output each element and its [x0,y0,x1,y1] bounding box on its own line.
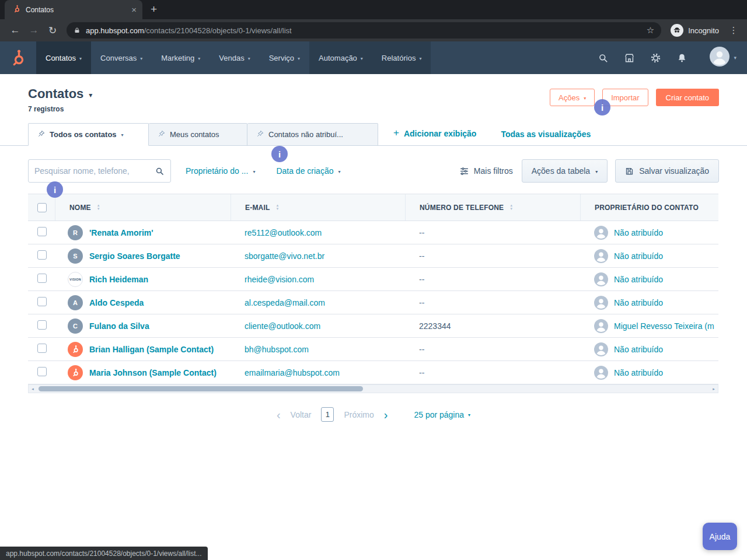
column-header-name[interactable]: NOME [69,204,91,212]
column-header-owner[interactable]: PROPRIETÁRIO DO CONTATO [595,204,699,212]
nav-item-contatos[interactable]: Contatos▾ [36,41,91,74]
scrollbar-thumb[interactable] [39,386,363,391]
contact-email-link[interactable]: emailmaria@hubspot.com [245,368,340,377]
reload-button[interactable]: ↻ [44,24,61,37]
contact-name-link[interactable]: Aldo Cespeda [89,298,144,307]
hubspot-logo-icon[interactable] [0,41,36,74]
url-domain: app.hubspot.com [86,26,144,35]
all-views-link[interactable]: Todas as visualizações [501,130,591,139]
hubspot-favicon-icon [13,5,21,15]
info-badge[interactable]: i [271,146,288,162]
contact-email-link[interactable]: al.cespeda@mail.com [245,298,325,307]
search-icon[interactable] [598,52,609,64]
table-row: R'Renata Amorim' re5112@outlook.com -- N… [28,221,718,244]
contact-avatar: VISION [68,272,83,287]
view-tab-my-contacts[interactable]: Meus contatos [149,123,247,146]
contact-owner-link[interactable]: Não atribuído [614,228,663,237]
nav-item-marketing[interactable]: Marketing▾ [152,41,210,74]
contact-name-link[interactable]: Fulano da Silva [89,321,149,331]
sort-icon[interactable]: ▲▼ [509,204,513,211]
actions-button[interactable]: Ações▾ [550,89,595,106]
row-checkbox[interactable] [37,367,47,376]
row-checkbox[interactable] [37,344,47,353]
horizontal-scrollbar[interactable]: ◂ ▸ [28,384,718,393]
contact-name-link[interactable]: Sergio Soares Borgatte [89,251,180,261]
page-size-dropdown[interactable]: 25 por página▾ [414,410,470,419]
row-checkbox[interactable] [37,274,47,283]
current-page-number[interactable]: 1 [321,407,334,422]
chevron-down-icon: ▾ [361,56,363,61]
nav-item-automacao[interactable]: Automação▾ [309,41,372,74]
next-page-button[interactable]: Próximo [344,410,374,419]
table-row: CFulano da Silva cliente@outlook.com 222… [28,314,718,338]
contact-avatar: R [68,225,83,240]
nav-item-conversas[interactable]: Conversas▾ [91,41,152,74]
more-filters-link[interactable]: Mais filtros [459,166,513,176]
back-button[interactable]: ← [7,24,23,36]
scrollbar-track[interactable] [37,385,710,393]
chevron-down-icon: ▾ [595,169,598,174]
title-chevron-down-icon[interactable]: ▾ [89,91,92,99]
contact-owner-link[interactable]: Não atribuído [614,368,663,377]
search-input[interactable] [34,166,150,176]
bell-icon[interactable] [676,52,687,64]
search-icon[interactable] [155,166,165,176]
nav-item-servico[interactable]: Serviço▾ [260,41,309,74]
browser-tab[interactable]: Contatos × [5,0,142,19]
column-header-phone[interactable]: NÚMERO DE TELEFONE [420,204,504,212]
table-actions-button[interactable]: Ações da tabela▾ [522,159,608,183]
contact-email-link[interactable]: bh@hubspot.com [245,345,309,354]
pin-icon [158,130,165,139]
contact-owner-link[interactable]: Não atribuído [614,345,663,354]
contact-name-link[interactable]: 'Renata Amorim' [89,228,153,237]
contact-owner-link[interactable]: Não atribuído [614,251,663,261]
contact-name-link[interactable]: Rich Heideman [89,275,148,284]
sort-icon[interactable]: ▲▼ [97,204,100,211]
contact-email-link[interactable]: rheide@vision.com [245,275,314,284]
tab-title: Contatos [26,6,127,14]
view-tab-unassigned-contacts[interactable]: Contatos não atribuí... [247,123,378,146]
contact-owner-link[interactable]: Miguel Revesso Teixeira (m [614,321,714,331]
marketplace-icon[interactable] [624,52,635,64]
close-tab-icon[interactable]: × [131,5,137,14]
create-contact-button[interactable]: Criar contato [656,89,719,106]
scroll-left-icon[interactable]: ◂ [29,387,37,391]
contact-email-link[interactable]: sborgatte@vivo.net.br [245,251,324,261]
contact-owner-link[interactable]: Não atribuído [614,298,663,307]
bookmark-star-icon[interactable]: ☆ [647,25,654,36]
info-badge[interactable]: i [47,181,63,198]
contact-owner-link[interactable]: Não atribuído [614,275,663,284]
gear-icon[interactable] [650,52,661,64]
nav-item-vendas[interactable]: Vendas▾ [210,41,259,74]
row-checkbox[interactable] [37,297,47,306]
browser-menu-icon[interactable]: ⋮ [727,25,740,36]
title-block: Contatos ▾ 7 registros [28,86,92,113]
add-view-link[interactable]: +Adicionar exibição [393,128,476,139]
url-bar[interactable]: app.hubspot.com/contacts/21004528/object… [67,22,661,38]
owner-filter-dropdown[interactable]: Proprietário do ...▾ [186,166,255,176]
row-checkbox[interactable] [37,320,47,330]
select-all-checkbox[interactable] [37,203,47,212]
prev-page-button[interactable]: Voltar [291,410,312,419]
save-view-button[interactable]: Salvar visualização [615,159,719,183]
view-tab-all-contacts[interactable]: Todos os contatos ▾ [28,123,149,146]
contact-name-link[interactable]: Maria Johnson (Sample Contact) [89,368,217,377]
sort-icon[interactable]: ▲▼ [276,204,280,211]
forward-button[interactable]: → [26,24,42,36]
help-button[interactable]: Ajuda [703,523,737,550]
contact-email-link[interactable]: cliente@outlook.com [245,321,320,331]
nav-item-relatorios[interactable]: Relatórios▾ [372,41,431,74]
prev-page-chevron-icon[interactable]: ‹ [277,409,281,421]
contact-name-link[interactable]: Brian Halligan (Sample Contact) [89,345,214,354]
create-date-filter-dropdown[interactable]: Data de criação▾ [276,166,340,176]
new-tab-button[interactable]: + [151,3,157,16]
row-checkbox[interactable] [37,250,47,260]
row-checkbox[interactable] [37,227,47,236]
contact-phone: -- [419,345,424,354]
account-menu[interactable]: ▾ [710,47,736,69]
scroll-right-icon[interactable]: ▸ [710,387,718,391]
info-badge[interactable]: i [594,99,610,116]
next-page-chevron-icon[interactable]: › [384,409,388,421]
column-header-email[interactable]: E-MAIL [245,204,270,212]
contact-email-link[interactable]: re5112@outlook.com [245,228,322,237]
